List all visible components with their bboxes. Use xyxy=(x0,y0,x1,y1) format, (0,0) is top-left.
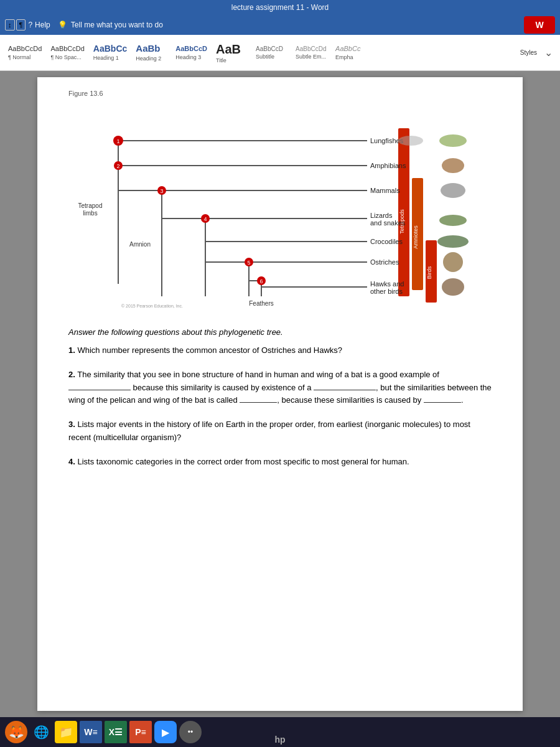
firefox-icon: 🦊 xyxy=(9,725,24,740)
hp-text: hp xyxy=(274,735,285,745)
svg-text:5: 5 xyxy=(247,260,250,266)
help-icon: ? xyxy=(28,21,32,29)
style-subtitle-preview: AaBbCcD xyxy=(256,45,283,52)
style-emphasis-label: Empha xyxy=(335,54,353,60)
style-no-spacing[interactable]: AaBbCcDd ¶ No Spac... xyxy=(47,37,87,68)
blank-2[interactable] xyxy=(314,382,376,390)
svg-point-36 xyxy=(437,235,469,248)
style-title[interactable]: AaB Title xyxy=(213,37,250,68)
amphibians-label: Amphibians xyxy=(370,162,406,169)
question-3-text: Lists major events in the history of lif… xyxy=(68,420,470,442)
style-heading1[interactable]: AaBbCc Heading 1 xyxy=(90,37,130,68)
style-subtle-em[interactable]: AaBbCcDd Subtle Em... xyxy=(292,37,330,68)
word-icon: W≡ xyxy=(84,727,97,737)
question-1: 1. Which number represents the common an… xyxy=(68,344,492,357)
tell-me-bar[interactable]: 💡 Tell me what you want to do xyxy=(58,21,524,29)
style-subtitle-label: Subtitle xyxy=(256,54,274,60)
taskbar-word[interactable]: W≡ xyxy=(80,721,102,743)
phylogenetic-tree: Tetrapods Amniotes Birds Lungfishes 1 Te… xyxy=(68,103,492,315)
question-3: 3. Lists major events in the history of … xyxy=(68,418,492,444)
styles-gallery-button[interactable]: ⌄ xyxy=(542,47,555,59)
taskbar: 🦊 🌐 📁 W≡ X☰ P≡ ▶ •• hp xyxy=(0,717,560,747)
styles-gallery-label: Styles xyxy=(518,49,539,56)
taskbar-excel[interactable]: X☰ xyxy=(105,721,127,743)
help-label: Help xyxy=(35,21,50,29)
question-3-number: 3. xyxy=(68,420,75,429)
other-birds-label: other birds xyxy=(370,288,403,295)
help-button[interactable]: ? Help xyxy=(28,21,50,29)
svg-point-34 xyxy=(441,183,465,198)
mammals-label: Mammals xyxy=(370,187,400,194)
style-no-spacing-preview: AaBbCcDd xyxy=(50,45,84,52)
sort-button[interactable]: ↕ xyxy=(5,19,15,31)
style-h2-preview: AaBb xyxy=(136,44,160,54)
style-subtitle[interactable]: AaBbCcD Subtitle xyxy=(253,37,290,68)
questions-section: Answer the following questions about thi… xyxy=(68,327,492,469)
lizards-label: Lizards xyxy=(370,212,393,219)
files-icon: 📁 xyxy=(59,725,73,739)
taskbar-zoom[interactable]: ▶ xyxy=(154,721,177,743)
taskbar-firefox[interactable]: 🦊 xyxy=(5,721,27,743)
and-snakes-label: and snakes xyxy=(370,219,406,227)
svg-text:3: 3 xyxy=(160,188,163,194)
svg-point-32 xyxy=(439,134,467,147)
question-1-text: Which number represents the common ances… xyxy=(77,345,342,355)
style-h2-label: Heading 2 xyxy=(136,55,161,62)
svg-point-37 xyxy=(443,252,463,272)
taskbar-chrome[interactable]: 🌐 xyxy=(30,721,52,743)
blank-4[interactable] xyxy=(424,394,461,403)
question-2: 2. The similarity that you see in bone s… xyxy=(68,369,492,407)
more-icon: •• xyxy=(188,728,193,736)
blank-3[interactable] xyxy=(240,394,277,403)
style-normal-preview: AaBbCcDd xyxy=(8,45,42,52)
style-heading3[interactable]: AaBbCcD Heading 3 xyxy=(172,37,210,68)
phylo-svg: Tetrapods Amniotes Birds Lungfishes 1 Te… xyxy=(68,103,492,315)
style-emphasis[interactable]: AaBbCc Empha xyxy=(332,37,370,68)
svg-text:6: 6 xyxy=(259,278,263,284)
style-subtle-preview: AaBbCcDd xyxy=(296,45,326,52)
question-4: 4. Lists taxonomic categories in the cor… xyxy=(68,456,492,469)
style-normal[interactable]: AaBbCcDd ¶ Normal xyxy=(5,37,45,68)
title-bar-text: lecture assignment 11 - Word xyxy=(231,3,329,12)
style-h3-label: Heading 3 xyxy=(175,54,201,60)
style-emphasis-preview: AaBbCc xyxy=(335,45,360,52)
ribbon-styles: AaBbCcDd ¶ Normal AaBbCcDd ¶ No Spac... … xyxy=(0,35,560,71)
chrome-icon: 🌐 xyxy=(34,725,49,740)
style-heading2[interactable]: AaBb Heading 2 xyxy=(133,37,170,68)
question-1-number: 1. xyxy=(68,345,75,355)
taskbar-files[interactable]: 📁 xyxy=(55,721,77,743)
question-4-text: Lists taxonomic categories in the correc… xyxy=(77,457,409,466)
paragraph-button[interactable]: ¶ xyxy=(16,19,26,31)
excel-icon: X☰ xyxy=(109,727,123,737)
svg-point-5 xyxy=(398,136,423,146)
hawks-label: Hawks and xyxy=(370,280,404,288)
style-h1-preview: AaBbCc xyxy=(93,44,127,54)
question-intro: Answer the following questions about thi… xyxy=(68,327,492,337)
svg-text:1: 1 xyxy=(116,138,119,144)
word-icon-area: W xyxy=(524,16,555,34)
lightbulb-icon: 💡 xyxy=(58,21,67,29)
ostriches-label: Ostriches xyxy=(370,258,399,266)
style-normal-label: ¶ Normal xyxy=(8,54,30,60)
tell-me-text: Tell me what you want to do xyxy=(71,21,163,29)
svg-text:4: 4 xyxy=(203,216,207,222)
feathers-label: Feathers xyxy=(249,300,273,307)
copyright-text: © 2015 Pearson Education, Inc. xyxy=(121,304,183,308)
amnion-label: Amnion xyxy=(129,241,151,248)
style-h1-label: Heading 1 xyxy=(93,55,119,61)
zoom-icon: ▶ xyxy=(162,726,169,738)
taskbar-powerpoint[interactable]: P≡ xyxy=(129,721,152,743)
question-2-text: The similarity that you see in bone stru… xyxy=(68,370,492,405)
figure-label: Figure 13.6 xyxy=(68,90,492,97)
svg-point-38 xyxy=(442,278,464,296)
hp-logo: hp xyxy=(274,735,285,745)
ribbon-top: ↕ ¶ ? Help 💡 Tell me what you want to do… xyxy=(0,15,560,35)
style-subtle-label: Subtle Em... xyxy=(296,54,326,60)
birds-label: Birds xyxy=(426,266,432,279)
taskbar-more[interactable]: •• xyxy=(179,721,202,743)
question-4-number: 4. xyxy=(68,457,75,466)
blank-1[interactable] xyxy=(68,382,131,390)
svg-point-35 xyxy=(439,215,467,226)
svg-point-33 xyxy=(442,158,464,173)
tetrapod-limbs-label2: limbs xyxy=(83,210,97,217)
